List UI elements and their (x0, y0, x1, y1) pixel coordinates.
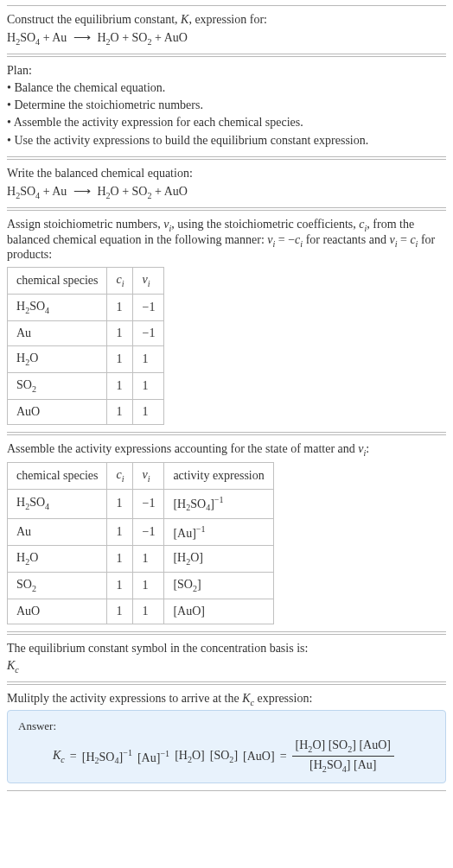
col-nu: νi (133, 268, 164, 295)
intro-a: Construct the equilibrium constant, (7, 13, 181, 26)
balanced-section: Write the balanced chemical equation: H2… (7, 159, 446, 208)
bullet: • Use the activity expressions to build … (7, 132, 446, 149)
bullet: • Balance the chemical equation. (7, 79, 446, 97)
plan-title: Plan: (7, 64, 446, 78)
col-activity: activity expression (164, 463, 273, 490)
sp-au: Au (52, 31, 67, 44)
balanced-equation: H2SO4 + Au ⟶ H2O + SO2 + AuO (7, 184, 446, 200)
stoich-table: chemical species ci νi H2SO4 1 −1 Au 1 −… (7, 267, 164, 424)
table-header-row: chemical species ci νi (8, 268, 164, 295)
answer-box: Answer: Kc = [H2SO4]−1 [Au]−1 [H2O] [SO2… (7, 710, 446, 783)
table-row: H2O 1 1 (8, 345, 164, 372)
intro-text: Construct the equilibrium constant, K, e… (7, 13, 446, 27)
answer-fraction: [H2O] [SO2] [AuO] [H2SO4] [Au] (292, 738, 394, 774)
reaction-arrow-icon: ⟶ (70, 30, 94, 45)
sp-h2o: H2O (97, 31, 118, 44)
activity-table: chemical species ci νi activity expressi… (7, 462, 274, 624)
activity-section: Assemble the activity expressions accoun… (7, 434, 446, 632)
table-row: H2SO4 1 −1 (8, 295, 164, 321)
balanced-title: Write the balanced chemical equation: (7, 167, 446, 181)
table-row: H2O 1 1 [H2O] (8, 546, 274, 573)
sp-h2so4: H2SO4 (7, 31, 40, 44)
plan-bullets: • Balance the chemical equation. • Deter… (7, 79, 446, 149)
multiply-section: Mulitply the activity expressions to arr… (7, 684, 446, 792)
answer-expression: Kc = [H2SO4]−1 [Au]−1 [H2O] [SO2] [AuO] … (18, 738, 435, 774)
stoich-section: Assign stoichiometric numbers, νi, using… (7, 210, 446, 433)
bullet: • Assemble the activity expression for e… (7, 114, 446, 131)
reaction-arrow-icon: ⟶ (70, 184, 94, 199)
col-nu: νi (133, 463, 164, 490)
table-row: H2SO4 1 −1 [H2SO4]−1 (8, 490, 274, 518)
activity-intro: Assemble the activity expressions accoun… (7, 442, 446, 458)
sp-so2: SO2 (132, 31, 152, 44)
table-row: Au 1 −1 (8, 320, 164, 345)
kc-symbol-text: The equilibrium constant symbol in the c… (7, 642, 446, 656)
sp-auo: AuO (164, 31, 188, 44)
kc-symbol-section: The equilibrium constant symbol in the c… (7, 634, 446, 682)
multiply-text: Mulitply the activity expressions to arr… (7, 692, 446, 707)
table-row: Au 1 −1 [Au]−1 (8, 518, 274, 546)
intro-b: , expression for: (188, 13, 267, 26)
plan-section: Plan: • Balance the chemical equation. •… (7, 56, 446, 157)
table-row: AuO 1 1 (8, 399, 164, 424)
stoich-intro: Assign stoichiometric numbers, νi, using… (7, 218, 446, 263)
table-row: AuO 1 1 [AuO] (8, 599, 274, 624)
col-ci: ci (107, 268, 133, 295)
kc-symbol: Kc (7, 659, 446, 675)
table-row: SO2 1 1 (8, 372, 164, 399)
unbalanced-equation: H2SO4 + Au ⟶ H2O + SO2 + AuO (7, 30, 446, 47)
col-species: chemical species (8, 463, 107, 490)
k-symbol: K (181, 13, 188, 26)
intro-section: Construct the equilibrium constant, K, e… (7, 5, 446, 54)
answer-label: Answer: (18, 719, 435, 733)
bullet: • Determine the stoichiometric numbers. (7, 97, 446, 114)
table-row: SO2 1 1 [SO2] (8, 573, 274, 599)
col-species: chemical species (8, 268, 107, 295)
table-header-row: chemical species ci νi activity expressi… (8, 463, 274, 490)
col-ci: ci (107, 463, 133, 490)
